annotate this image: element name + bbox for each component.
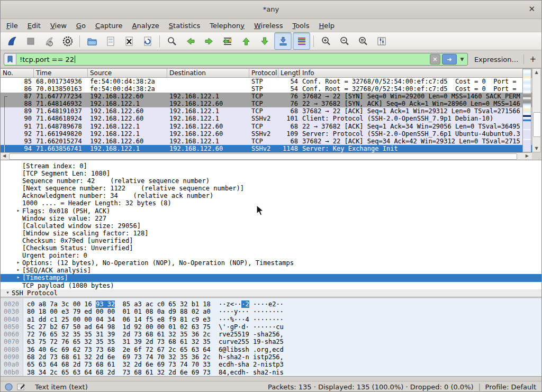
- packet-row-88[interactable]: 8871.648146932192.168.122.1192.168.122.6…: [1, 100, 532, 107]
- hex-row[interactable]: 0020c0 a8 7a 3c 00 16 93 32 85 a3 ac c0 …: [1, 300, 542, 308]
- start-capture-icon[interactable]: [3, 32, 21, 50]
- packet-list-hscrollbar[interactable]: ◀ ▶: [1, 152, 532, 159]
- hex-row[interactable]: 003080 18 00 e3 79 ed 00 00 01 01 08 0a …: [1, 308, 542, 315]
- hex-row[interactable]: 008036 40 6c 69 62 73 73 68 2e 6f 72 67 …: [1, 346, 542, 353]
- go-to-packet-icon[interactable]: [219, 32, 236, 50]
- packet-row-93[interactable]: 9371.662015274192.168.122.60192.168.122.…: [1, 138, 532, 145]
- menu-edit[interactable]: Edit: [23, 20, 46, 31]
- go-first-icon[interactable]: [237, 32, 255, 50]
- column-header-no[interactable]: No.: [1, 69, 34, 77]
- expander-collapsed-icon[interactable]: ▸: [14, 207, 22, 215]
- column-header-time[interactable]: Time: [34, 69, 88, 77]
- detail-line[interactable]: Urgent pointer: 0: [1, 252, 542, 259]
- titlebar[interactable]: *any ✕: [1, 1, 541, 19]
- open-file-icon[interactable]: [83, 32, 101, 50]
- detail-line[interactable]: Window size value: 227: [1, 215, 542, 222]
- detail-line[interactable]: ▸SSH Version 2 (encryption:chacha20-poly…: [1, 297, 542, 297]
- save-file-icon[interactable]: [102, 32, 119, 50]
- hscroll-thumb[interactable]: [9, 153, 517, 160]
- add-filter-button[interactable]: +: [529, 54, 536, 64]
- detail-line[interactable]: ▾SSH Protocol: [1, 289, 542, 297]
- pane-splitter[interactable]: [1, 377, 541, 381]
- zoom-out-icon[interactable]: [336, 32, 353, 50]
- detail-line[interactable]: [Stream index: 0]: [1, 162, 542, 170]
- menu-view[interactable]: View: [46, 20, 71, 31]
- expander-collapsed-icon[interactable]: ▸: [14, 274, 22, 281]
- menu-capture[interactable]: Capture: [91, 20, 128, 31]
- menu-statistics[interactable]: Statistics: [164, 20, 205, 31]
- expression-button[interactable]: Expression…: [474, 56, 519, 63]
- go-last-icon[interactable]: [256, 32, 273, 50]
- colorize-icon[interactable]: [293, 32, 310, 50]
- detail-line[interactable]: ▸[Timestamps]: [1, 274, 542, 281]
- hex-row[interactable]: 00505c 27 b2 67 50 ad 64 98 1d 92 00 00 …: [1, 323, 542, 331]
- detail-line[interactable]: [Checksum Status: Unverified]: [1, 244, 542, 252]
- go-forward-icon[interactable]: [200, 32, 218, 50]
- hex-row[interactable]: 006072 76 65 32 35 35 31 39 2d 73 68 61 …: [1, 331, 542, 338]
- packet-row-85[interactable]: 8568.001734936fe:54:00:d4:38:2aSTP54Conf…: [1, 78, 532, 85]
- expander-collapsed-icon[interactable]: ▸: [14, 259, 22, 267]
- hex-row[interactable]: 0040a1 dd c1 25 00 00 04 34 06 14 f5 e8 …: [1, 316, 542, 323]
- vscroll-thumb[interactable]: [533, 112, 541, 137]
- packet-row-87[interactable]: 8771.647777234192.168.122.60192.168.122.…: [1, 93, 532, 100]
- detail-line[interactable]: Acknowledgment number: 34 (relative ack …: [1, 192, 542, 199]
- detail-line[interactable]: [TCP Segment Len: 1080]: [1, 170, 542, 177]
- packet-list-minimap[interactable]: [522, 69, 531, 152]
- clear-filter-icon[interactable]: ✕: [430, 54, 440, 65]
- go-back-icon[interactable]: [182, 32, 199, 50]
- packet-list-header[interactable]: No.TimeSourceDestinationProtocolLengthIn…: [1, 68, 532, 78]
- capture-options-icon[interactable]: [59, 32, 76, 50]
- detail-line[interactable]: Sequence number: 42 (relative sequence n…: [1, 177, 542, 185]
- hex-row[interactable]: 00a065 63 64 68 2d 73 68 61 32 2d 6e 69 …: [1, 361, 542, 368]
- detail-line[interactable]: ▸Options: (12 bytes), No-Operation (NOP)…: [1, 259, 542, 267]
- expander-collapsed-icon[interactable]: ▸: [14, 267, 22, 274]
- detail-line[interactable]: TCP payload (1080 bytes): [1, 282, 542, 289]
- expander-collapsed-icon[interactable]: ▸: [14, 297, 22, 297]
- hex-row[interactable]: 007063 75 72 76 65 32 35 35 31 39 2d 73 …: [1, 338, 542, 345]
- scroll-down-icon[interactable]: ▼: [532, 146, 540, 151]
- column-header-destination[interactable]: Destination: [167, 69, 249, 77]
- scroll-right-icon[interactable]: ▶: [526, 153, 529, 158]
- menu-help[interactable]: Help: [314, 20, 339, 31]
- packet-row-89[interactable]: 8971.648191037192.168.122.60192.168.122.…: [1, 107, 532, 115]
- restart-capture-icon[interactable]: [40, 32, 58, 50]
- menu-wireless[interactable]: Wireless: [249, 20, 287, 31]
- close-file-icon[interactable]: [120, 32, 138, 50]
- window-close-icon[interactable]: ✕: [528, 5, 535, 13]
- detail-line[interactable]: Checksum: 0x79ed [unverified]: [1, 237, 542, 244]
- reload-file-icon[interactable]: [139, 32, 156, 50]
- display-filter-input[interactable]: !tcp.port == 22 ✕ ➜ ▼: [4, 53, 468, 66]
- packet-row-90[interactable]: 9071.648618924192.168.122.60192.168.122.…: [1, 115, 532, 122]
- capture-comment-icon[interactable]: [17, 383, 25, 391]
- scroll-up-icon[interactable]: ▲: [532, 70, 540, 75]
- column-header-info[interactable]: Info: [300, 69, 532, 77]
- menu-file[interactable]: File: [2, 20, 23, 31]
- scroll-left-icon[interactable]: ◀: [3, 153, 6, 158]
- packet-row-94[interactable]: 9471.663856741192.168.122.1192.168.122.6…: [1, 145, 532, 152]
- filter-dropdown-icon[interactable]: ▼: [458, 54, 466, 64]
- resize-columns-icon[interactable]: [373, 32, 390, 50]
- zoom-reset-icon[interactable]: [354, 32, 372, 50]
- stop-capture-icon[interactable]: [22, 32, 39, 50]
- detail-line[interactable]: [Next sequence number: 1122 (relative se…: [1, 185, 542, 192]
- detail-line[interactable]: 1000 .... = Header Length: 32 bytes (8): [1, 199, 542, 207]
- auto-scroll-icon[interactable]: [274, 32, 292, 50]
- zoom-in-icon[interactable]: [317, 32, 335, 50]
- expander-expanded-icon[interactable]: ▾: [4, 289, 12, 297]
- packet-row-91[interactable]: 9171.648789678192.168.122.1192.168.122.6…: [1, 123, 532, 130]
- hex-row[interactable]: 00b038 34 2c 65 63 64 68 2d 73 68 61 32 …: [1, 369, 542, 376]
- column-header-protocol[interactable]: Protocol: [249, 69, 278, 77]
- detail-line[interactable]: [Window size scaling factor: 128]: [1, 230, 542, 237]
- detail-line[interactable]: [Calculated window size: 29056]: [1, 222, 542, 230]
- packet-row-86[interactable]: 8670.013850163fe:54:00:d4:38:2aSTP54Conf…: [1, 85, 532, 93]
- menu-go[interactable]: Go: [71, 20, 91, 31]
- find-packet-icon[interactable]: [163, 32, 180, 50]
- apply-filter-icon[interactable]: ➜: [442, 54, 457, 65]
- hex-row[interactable]: 009068 2d 73 68 61 32 2d 6e 69 73 74 70 …: [1, 353, 542, 361]
- menu-telephony[interactable]: Telephony: [205, 20, 249, 31]
- packet-list-vscrollbar[interactable]: ▲ ▼: [532, 68, 541, 152]
- menu-analyze[interactable]: Analyze: [128, 20, 164, 31]
- detail-line[interactable]: ▸[SEQ/ACK analysis]: [1, 267, 542, 274]
- column-header-length[interactable]: Length: [278, 69, 300, 77]
- menu-tools[interactable]: Tools: [287, 20, 314, 31]
